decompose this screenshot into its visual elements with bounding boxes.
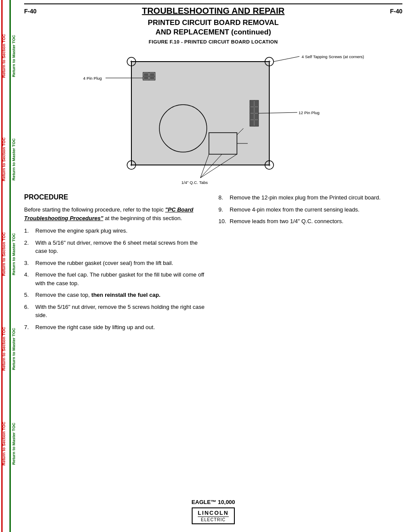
svg-text:1/4" Q.C. Tabs: 1/4" Q.C. Tabs xyxy=(181,180,208,185)
sidebar-group-3: Return to Section TOC Return to Master T… xyxy=(0,215,17,293)
svg-rect-27 xyxy=(250,101,254,106)
page-header: F-40 TROUBLESHOOTING AND REPAIR F-40 xyxy=(24,3,402,16)
procedure-left-col: PROCEDURE Before starting the following … xyxy=(24,193,208,335)
svg-rect-33 xyxy=(250,120,254,126)
sidebar-return-master-5[interactable]: Return to Master TOC xyxy=(10,422,17,466)
step-9: 9. Remove 4-pin molex from the current s… xyxy=(218,205,402,214)
figure-container: 4 Self Tapping Screws (at corners) 4 Pin… xyxy=(24,49,402,187)
page-title: TROUBLESHOOTING AND REPAIR xyxy=(142,6,284,16)
step-1: 1. Remove the engine spark plug wires. xyxy=(24,227,208,235)
procedure-right-col: 8. Remove the 12-pin molex plug from the… xyxy=(218,193,402,335)
logo-line1: LINCOLN xyxy=(198,510,229,516)
figure-title: FIGURE F.10 - PRINTED CIRCUIT BOARD LOCA… xyxy=(24,39,402,44)
page-number-right: F-40 xyxy=(390,8,402,15)
svg-text:4 Self Tapping Screws (at corn: 4 Self Tapping Screws (at corners) xyxy=(302,54,364,59)
step-8: 8. Remove the 12-pin molex plug from the… xyxy=(218,193,402,202)
svg-rect-28 xyxy=(255,101,258,106)
svg-rect-20 xyxy=(150,77,154,79)
sidebar-return-master-3[interactable]: Return to Master TOC xyxy=(10,232,17,276)
step-3: 3. Remove the rubber gasket (cover seal)… xyxy=(24,259,208,268)
step-4: 4. Remove the fuel cap. The rubber gaske… xyxy=(24,271,208,287)
logo-line2: ELECTRIC xyxy=(198,516,229,522)
svg-text:4 Pin Plug: 4 Pin Plug xyxy=(83,76,102,81)
svg-rect-30 xyxy=(255,107,258,113)
sidebar-group-1: Return to Section TOC Return to Master T… xyxy=(0,17,17,95)
step-10: 10. Remove leads from two 1/4" Q.C. conn… xyxy=(218,217,402,226)
svg-rect-34 xyxy=(255,120,258,126)
steps-left-list: 1. Remove the engine spark plug wires. 2… xyxy=(24,227,208,331)
page-number-left: F-40 xyxy=(24,8,37,15)
sidebar-return-section-3[interactable]: Return to Section TOC xyxy=(0,231,7,277)
procedure-section: PROCEDURE Before starting the following … xyxy=(24,193,402,335)
procedure-intro: Before starting the following procedure,… xyxy=(24,205,208,222)
svg-rect-17 xyxy=(144,73,148,76)
sidebar-return-section-1[interactable]: Return to Section TOC xyxy=(0,33,7,79)
procedure-heading: PROCEDURE xyxy=(24,193,208,201)
steps-right-list: 8. Remove the 12-pin molex plug from the… xyxy=(218,193,402,226)
page-footer: EAGLE™ 10,000 LINCOLN ELECTRIC xyxy=(19,499,408,524)
sidebar-return-master-4[interactable]: Return to Master TOC xyxy=(10,327,17,371)
sidebar-return-section-2[interactable]: Return to Section TOC xyxy=(0,137,7,182)
sidebar-return-master-1[interactable]: Return to Master TOC xyxy=(10,34,17,78)
step-7: 7. Remove the right case side by lifting… xyxy=(24,323,208,332)
sidebar-group-4: Return to Section TOC Return to Master T… xyxy=(0,310,17,388)
lincoln-logo: LINCOLN ELECTRIC xyxy=(192,507,235,524)
sub-title-line1: PRINTED CIRCUIT BOARD REMOVAL xyxy=(24,19,402,27)
footer-product: EAGLE™ 10,000 xyxy=(19,499,408,505)
svg-rect-31 xyxy=(250,114,254,119)
svg-rect-19 xyxy=(144,77,148,79)
svg-rect-32 xyxy=(255,114,258,119)
step-5: 5. Remove the case top, then reinstall t… xyxy=(24,291,208,299)
sidebar-return-section-5[interactable]: Return to Section TOC xyxy=(0,421,7,467)
step-6: 6. With the 5/16" nut driver, remove the… xyxy=(24,303,208,320)
sidebar-return-master-2[interactable]: Return to Master TOC xyxy=(10,137,17,181)
sub-title-line2: AND REPLACEMENT (continued) xyxy=(24,28,402,37)
sidebar-group-5: Return to Section TOC Return to Master T… xyxy=(0,405,17,482)
sidebar-return-section-4[interactable]: Return to Section TOC xyxy=(0,326,7,372)
svg-line-7 xyxy=(274,56,299,62)
svg-rect-18 xyxy=(150,73,154,76)
pcb-diagram-svg: 4 Self Tapping Screws (at corners) 4 Pin… xyxy=(80,49,347,187)
svg-text:12 Pin Plug: 12 Pin Plug xyxy=(299,110,320,115)
svg-rect-29 xyxy=(250,107,254,113)
sidebar-group-2: Return to Section TOC Return to Master T… xyxy=(0,121,17,198)
step-2: 2. With a 5/16" nut driver, remove the 6… xyxy=(24,239,208,255)
